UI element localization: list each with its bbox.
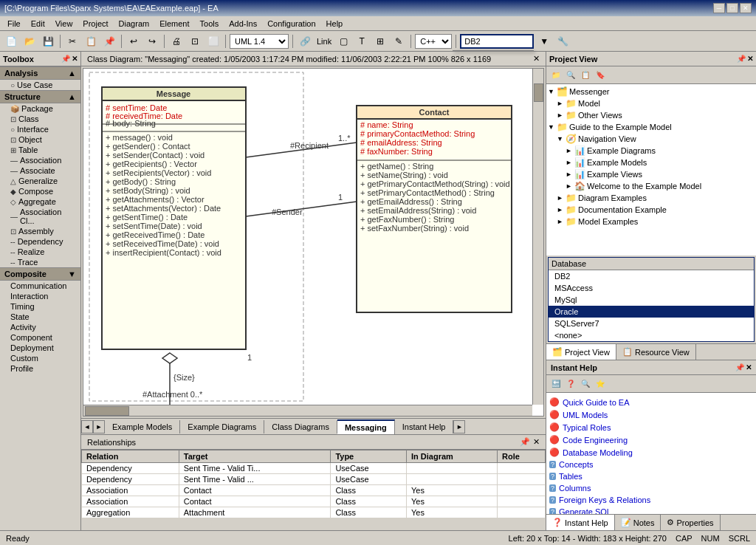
- toolbox-item-usecase[interactable]: ○ Use Case: [0, 80, 80, 90]
- maximize-button[interactable]: □: [726, 3, 738, 13]
- toolbox-item-package[interactable]: 📦 Package: [0, 103, 80, 114]
- close-button[interactable]: ✕: [740, 3, 752, 13]
- diagram-btn[interactable]: ⊡: [187, 33, 203, 49]
- pv-tab-resource-view[interactable]: 📋 Resource View: [616, 344, 696, 360]
- pv-search-btn[interactable]: 🔍: [564, 69, 577, 82]
- diagram-canvas[interactable]: Message # sentTime: Date # receivedTime:…: [83, 68, 544, 417]
- tree-item[interactable]: ►📁Other Views: [548, 109, 755, 121]
- tree-item[interactable]: ▼🗂️Messenger: [548, 86, 755, 97]
- toolbox-item-class[interactable]: ⊡ Class: [0, 114, 80, 124]
- toolbox-item-associate[interactable]: — Associate: [0, 165, 80, 176]
- pv-close-icon[interactable]: ✕: [747, 55, 753, 63]
- uml-version-select[interactable]: UML 1.4: [230, 34, 289, 49]
- tab-prev-button[interactable]: ◄: [81, 420, 93, 433]
- toolbox-item-state[interactable]: State: [0, 312, 80, 322]
- ih-btn1[interactable]: 🔙: [549, 377, 563, 391]
- ih-item[interactable]: 🔴Code Engineering: [549, 433, 753, 446]
- ih-item[interactable]: 🔴Quick Guide to EA: [549, 396, 753, 408]
- menu-item-diagram[interactable]: Diagram: [114, 18, 154, 30]
- tree-item[interactable]: ►📊Example Views: [548, 168, 755, 180]
- ih-item[interactable]: ?Columns: [549, 482, 753, 494]
- toolbox-item-profile[interactable]: Profile: [0, 363, 80, 374]
- table-row[interactable]: AssociationContactClassYes: [82, 485, 546, 496]
- copy-btn[interactable]: 📋: [83, 33, 99, 49]
- ih-item[interactable]: ?Generate SQL: [549, 506, 753, 514]
- canvas-vscrollbar[interactable]: [532, 69, 543, 405]
- tab-next-button[interactable]: ►: [93, 420, 105, 433]
- ih-item[interactable]: ?Foreign Keys & Relations: [549, 494, 753, 506]
- new-btn[interactable]: 📄: [3, 33, 19, 49]
- ih-btn2[interactable]: ❓: [564, 377, 577, 391]
- toolbox-item-deployment[interactable]: Deployment: [0, 343, 80, 353]
- toolbox-item-aggregate[interactable]: ◇ Aggregate: [0, 196, 80, 207]
- db-arrow[interactable]: ▼: [536, 33, 552, 49]
- table-row[interactable]: DependencySent Time - Valid Ti...UseCase: [82, 463, 546, 474]
- paste-btn[interactable]: 📌: [101, 33, 117, 49]
- cut-btn[interactable]: ✂: [64, 33, 80, 49]
- pv-tag-btn[interactable]: 🔖: [594, 69, 607, 82]
- db-input[interactable]: [460, 34, 534, 49]
- ih-btn4[interactable]: ⭐: [594, 377, 607, 391]
- pv-tab-project-view[interactable]: 🗂️ Project View: [546, 344, 616, 360]
- db-option-sqlserver7[interactable]: SQLServer7: [549, 318, 754, 329]
- toolbox-item-custom[interactable]: Custom: [0, 353, 80, 363]
- db-option-oracle[interactable]: Oracle: [549, 306, 754, 318]
- tab-scroll-right[interactable]: ►: [453, 420, 465, 433]
- db-option-msaccess[interactable]: MSAccess: [549, 282, 754, 294]
- toolbar-btn-a[interactable]: ▢: [335, 33, 351, 49]
- toolbox-item-table[interactable]: ⊞ Table: [0, 145, 80, 155]
- tab-class-diagrams[interactable]: Class Diagrams: [264, 420, 337, 433]
- menu-item-view[interactable]: View: [51, 18, 78, 30]
- ih-item[interactable]: 🔴UML Models: [549, 408, 753, 421]
- menu-item-configuration[interactable]: Configuration: [263, 18, 320, 30]
- toolbox-item-trace[interactable]: -- Trace: [0, 257, 80, 267]
- tab-example-models[interactable]: Example Models: [105, 420, 180, 433]
- tree-view[interactable]: ▼🗂️Messenger►📁Model►📁Other Views▼📁Guide …: [546, 84, 756, 256]
- tree-item[interactable]: ►📁Model: [548, 97, 755, 109]
- canvas-vscroll-thumb[interactable]: [534, 83, 543, 102]
- pv-pin-icon[interactable]: 📌: [737, 55, 746, 63]
- ih-item[interactable]: 🔴Typical Roles: [549, 421, 753, 433]
- structure-section-header[interactable]: Structure ▲: [0, 90, 80, 103]
- analysis-section-header[interactable]: Analysis ▲: [0, 66, 80, 80]
- ih-item[interactable]: 🔴Database Modeling: [549, 446, 753, 459]
- table-row[interactable]: AssociationContactClassYes: [82, 496, 546, 507]
- toolbox-item-timing[interactable]: Timing: [0, 301, 80, 312]
- db-icon1[interactable]: 🔧: [554, 33, 571, 49]
- ih-tab-properties[interactable]: ⚙ Properties: [661, 515, 720, 530]
- ih-item[interactable]: ?Tables: [549, 470, 753, 482]
- ih-pin-icon[interactable]: 📌: [735, 363, 744, 371]
- menu-item-tools[interactable]: Tools: [196, 18, 224, 30]
- ih-item[interactable]: ?Concepts: [549, 459, 753, 470]
- menu-item-project[interactable]: Project: [78, 18, 112, 30]
- toolbox-item-component[interactable]: Component: [0, 332, 80, 343]
- menu-item-file[interactable]: File: [3, 18, 25, 30]
- relationships-pin-icon[interactable]: 📌: [520, 437, 530, 447]
- tree-item[interactable]: ▼🧭Navigation View: [548, 133, 755, 145]
- ih-btn3[interactable]: 🔍: [579, 377, 592, 391]
- tree-item[interactable]: ►📁Documentation Example: [548, 204, 755, 216]
- menu-item-add-ins[interactable]: Add-Ins: [224, 18, 261, 30]
- pv-folder-btn[interactable]: 📁: [549, 69, 563, 82]
- relationships-table-wrap[interactable]: Relation Target Type In Diagram Role Dep…: [81, 450, 546, 527]
- db-option-db2[interactable]: DB2: [549, 270, 754, 282]
- toolbox-item-object[interactable]: ⊡ Object: [0, 134, 80, 145]
- save-btn[interactable]: 💾: [40, 33, 56, 49]
- relationships-close-icon[interactable]: ✕: [533, 437, 540, 447]
- undo-btn[interactable]: ↩: [126, 33, 142, 49]
- toolbox-item-assembly[interactable]: ⊡ Assembly: [0, 226, 80, 236]
- pv-bookmark-btn[interactable]: 📋: [579, 69, 592, 82]
- canvas-hscrollbar[interactable]: [83, 405, 532, 416]
- lang-select[interactable]: C++: [415, 34, 452, 49]
- toolbox-pin-icon[interactable]: 📌: [61, 55, 70, 63]
- table-row[interactable]: DependencySent Time - Valid ...UseCase: [82, 474, 546, 485]
- print-btn[interactable]: 🖨: [168, 33, 185, 49]
- db-option-<none>[interactable]: <none>: [549, 329, 754, 341]
- tab-messaging[interactable]: Messaging: [337, 419, 395, 434]
- minimize-button[interactable]: ─: [713, 3, 725, 13]
- toolbox-item-association[interactable]: — Association: [0, 155, 80, 165]
- toolbox-item-interface[interactable]: ○ Interface: [0, 124, 80, 134]
- ih-content[interactable]: 🔴Quick Guide to EA🔴UML Models🔴Typical Ro…: [546, 393, 756, 514]
- toolbox-item-communication[interactable]: Communication: [0, 281, 80, 291]
- db-option-mysql[interactable]: MySql: [549, 294, 754, 306]
